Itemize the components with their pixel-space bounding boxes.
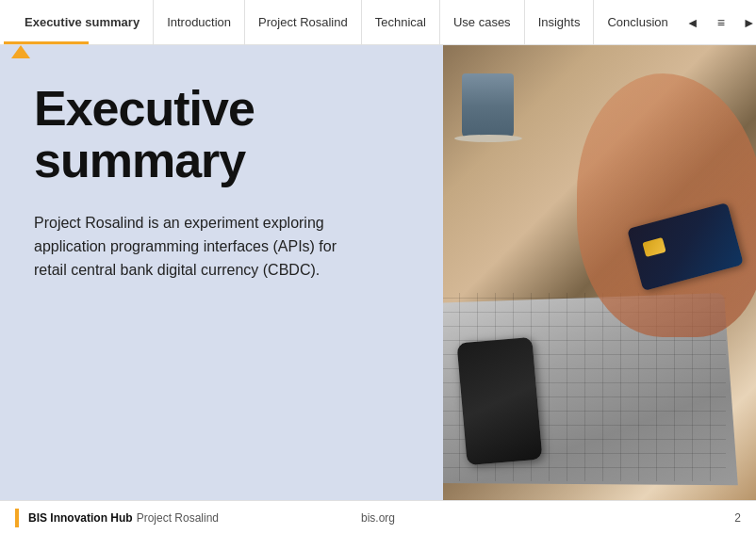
footer-website: bis.org bbox=[257, 511, 500, 525]
slide-description: Project Rosalind is an experiment explor… bbox=[34, 212, 373, 282]
nav-item-project-rosalind[interactable]: Project Rosalind bbox=[245, 0, 362, 45]
nav-item-technical[interactable]: Technical bbox=[362, 0, 440, 45]
photo-background bbox=[443, 45, 756, 500]
nav-item-insights[interactable]: Insights bbox=[525, 0, 595, 45]
card-chip-decoration bbox=[642, 237, 666, 257]
footer-brand: BIS Innovation Hub bbox=[28, 511, 133, 525]
slide-title: Executive summary bbox=[34, 83, 409, 186]
coffee-cup-decoration bbox=[462, 73, 514, 139]
menu-button[interactable]: ≡ bbox=[710, 11, 732, 34]
next-button[interactable]: ► bbox=[738, 11, 756, 34]
main-content: Executive summary Project Rosalind is an… bbox=[0, 45, 756, 500]
nav-item-use-cases[interactable]: Use cases bbox=[440, 0, 525, 45]
navbar: Executive summary Introduction Project R… bbox=[0, 0, 756, 45]
nav-controls: ◄ ≡ ► bbox=[682, 11, 756, 34]
accent-triangle-icon bbox=[11, 45, 30, 58]
footer-accent-bar bbox=[15, 509, 19, 527]
left-panel: Executive summary Project Rosalind is an… bbox=[0, 45, 443, 500]
footer-subtitle: Project Rosalind bbox=[137, 511, 219, 525]
prev-button[interactable]: ◄ bbox=[682, 11, 704, 34]
nav-item-conclusion[interactable]: Conclusion bbox=[594, 0, 681, 45]
hand-decoration bbox=[577, 73, 756, 337]
right-panel-photo bbox=[443, 45, 756, 500]
phone-decoration bbox=[456, 337, 542, 465]
footer-left: BIS Innovation Hub Project Rosalind bbox=[15, 509, 257, 527]
nav-item-introduction[interactable]: Introduction bbox=[154, 0, 245, 45]
saucer-decoration bbox=[454, 135, 522, 142]
nav-item-executive-summary[interactable]: Executive summary bbox=[11, 0, 154, 45]
footer: BIS Innovation Hub Project Rosalind bis.… bbox=[0, 500, 756, 534]
footer-page-number: 2 bbox=[499, 511, 741, 525]
